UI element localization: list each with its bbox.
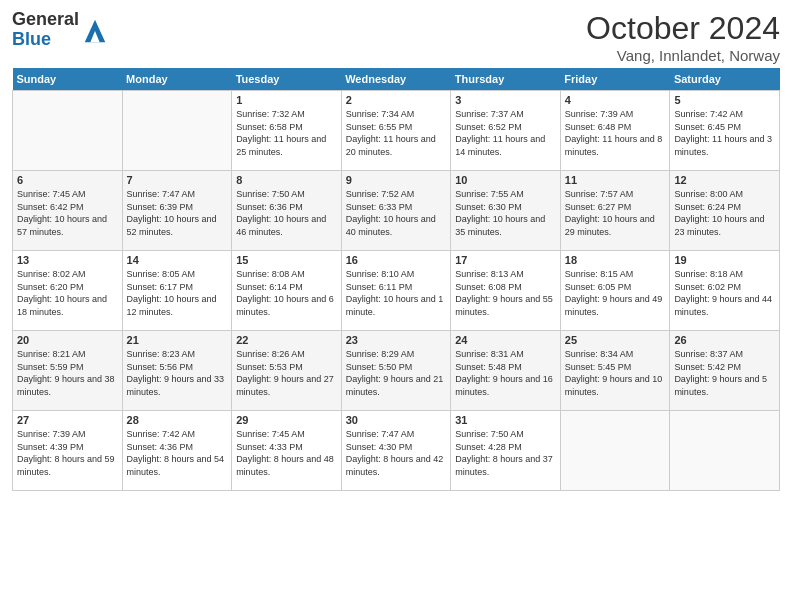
day-number: 7 xyxy=(127,174,228,186)
day-info: Sunrise: 8:05 AM Sunset: 6:17 PM Dayligh… xyxy=(127,268,228,318)
day-cell: 3Sunrise: 7:37 AM Sunset: 6:52 PM Daylig… xyxy=(451,91,561,171)
day-info: Sunrise: 7:45 AM Sunset: 6:42 PM Dayligh… xyxy=(17,188,118,238)
day-info: Sunrise: 8:26 AM Sunset: 5:53 PM Dayligh… xyxy=(236,348,337,398)
day-number: 23 xyxy=(346,334,447,346)
day-cell: 18Sunrise: 8:15 AM Sunset: 6:05 PM Dayli… xyxy=(560,251,670,331)
day-info: Sunrise: 8:37 AM Sunset: 5:42 PM Dayligh… xyxy=(674,348,775,398)
day-number: 12 xyxy=(674,174,775,186)
day-info: Sunrise: 8:34 AM Sunset: 5:45 PM Dayligh… xyxy=(565,348,666,398)
week-row-4: 20Sunrise: 8:21 AM Sunset: 5:59 PM Dayli… xyxy=(13,331,780,411)
week-row-1: 1Sunrise: 7:32 AM Sunset: 6:58 PM Daylig… xyxy=(13,91,780,171)
day-number: 3 xyxy=(455,94,556,106)
header-sunday: Sunday xyxy=(13,68,123,91)
calendar-table: Sunday Monday Tuesday Wednesday Thursday… xyxy=(12,68,780,491)
day-cell xyxy=(560,411,670,491)
day-number: 25 xyxy=(565,334,666,346)
day-info: Sunrise: 7:47 AM Sunset: 4:30 PM Dayligh… xyxy=(346,428,447,478)
day-number: 1 xyxy=(236,94,337,106)
day-info: Sunrise: 7:39 AM Sunset: 4:39 PM Dayligh… xyxy=(17,428,118,478)
day-cell: 6Sunrise: 7:45 AM Sunset: 6:42 PM Daylig… xyxy=(13,171,123,251)
day-number: 9 xyxy=(346,174,447,186)
day-number: 11 xyxy=(565,174,666,186)
header-monday: Monday xyxy=(122,68,232,91)
day-number: 29 xyxy=(236,414,337,426)
day-cell: 8Sunrise: 7:50 AM Sunset: 6:36 PM Daylig… xyxy=(232,171,342,251)
day-cell: 31Sunrise: 7:50 AM Sunset: 4:28 PM Dayli… xyxy=(451,411,561,491)
day-cell: 10Sunrise: 7:55 AM Sunset: 6:30 PM Dayli… xyxy=(451,171,561,251)
day-info: Sunrise: 7:52 AM Sunset: 6:33 PM Dayligh… xyxy=(346,188,447,238)
day-number: 16 xyxy=(346,254,447,266)
day-cell xyxy=(670,411,780,491)
day-cell: 17Sunrise: 8:13 AM Sunset: 6:08 PM Dayli… xyxy=(451,251,561,331)
day-number: 28 xyxy=(127,414,228,426)
header-tuesday: Tuesday xyxy=(232,68,342,91)
day-cell: 22Sunrise: 8:26 AM Sunset: 5:53 PM Dayli… xyxy=(232,331,342,411)
day-cell: 13Sunrise: 8:02 AM Sunset: 6:20 PM Dayli… xyxy=(13,251,123,331)
day-number: 18 xyxy=(565,254,666,266)
header-saturday: Saturday xyxy=(670,68,780,91)
day-number: 8 xyxy=(236,174,337,186)
day-info: Sunrise: 7:57 AM Sunset: 6:27 PM Dayligh… xyxy=(565,188,666,238)
day-number: 30 xyxy=(346,414,447,426)
logo-general: General xyxy=(12,10,79,30)
week-row-2: 6Sunrise: 7:45 AM Sunset: 6:42 PM Daylig… xyxy=(13,171,780,251)
day-number: 2 xyxy=(346,94,447,106)
day-cell xyxy=(13,91,123,171)
day-info: Sunrise: 8:18 AM Sunset: 6:02 PM Dayligh… xyxy=(674,268,775,318)
day-number: 15 xyxy=(236,254,337,266)
week-row-5: 27Sunrise: 7:39 AM Sunset: 4:39 PM Dayli… xyxy=(13,411,780,491)
day-number: 31 xyxy=(455,414,556,426)
day-info: Sunrise: 7:32 AM Sunset: 6:58 PM Dayligh… xyxy=(236,108,337,158)
day-cell: 23Sunrise: 8:29 AM Sunset: 5:50 PM Dayli… xyxy=(341,331,451,411)
day-cell: 14Sunrise: 8:05 AM Sunset: 6:17 PM Dayli… xyxy=(122,251,232,331)
day-number: 14 xyxy=(127,254,228,266)
logo-blue: Blue xyxy=(12,30,79,50)
day-cell: 4Sunrise: 7:39 AM Sunset: 6:48 PM Daylig… xyxy=(560,91,670,171)
day-info: Sunrise: 7:42 AM Sunset: 4:36 PM Dayligh… xyxy=(127,428,228,478)
day-cell xyxy=(122,91,232,171)
day-cell: 20Sunrise: 8:21 AM Sunset: 5:59 PM Dayli… xyxy=(13,331,123,411)
page-container: General Blue October 2024 Vang, Innlande… xyxy=(0,0,792,501)
header: General Blue October 2024 Vang, Innlande… xyxy=(12,10,780,64)
day-number: 26 xyxy=(674,334,775,346)
day-number: 4 xyxy=(565,94,666,106)
day-cell: 12Sunrise: 8:00 AM Sunset: 6:24 PM Dayli… xyxy=(670,171,780,251)
day-number: 24 xyxy=(455,334,556,346)
day-info: Sunrise: 8:23 AM Sunset: 5:56 PM Dayligh… xyxy=(127,348,228,398)
day-cell: 19Sunrise: 8:18 AM Sunset: 6:02 PM Dayli… xyxy=(670,251,780,331)
day-number: 17 xyxy=(455,254,556,266)
day-cell: 25Sunrise: 8:34 AM Sunset: 5:45 PM Dayli… xyxy=(560,331,670,411)
day-cell: 16Sunrise: 8:10 AM Sunset: 6:11 PM Dayli… xyxy=(341,251,451,331)
day-info: Sunrise: 7:37 AM Sunset: 6:52 PM Dayligh… xyxy=(455,108,556,158)
title-section: October 2024 Vang, Innlandet, Norway xyxy=(586,10,780,64)
day-info: Sunrise: 8:02 AM Sunset: 6:20 PM Dayligh… xyxy=(17,268,118,318)
day-cell: 28Sunrise: 7:42 AM Sunset: 4:36 PM Dayli… xyxy=(122,411,232,491)
day-cell: 26Sunrise: 8:37 AM Sunset: 5:42 PM Dayli… xyxy=(670,331,780,411)
logo-icon xyxy=(81,16,109,44)
day-info: Sunrise: 8:29 AM Sunset: 5:50 PM Dayligh… xyxy=(346,348,447,398)
day-info: Sunrise: 8:21 AM Sunset: 5:59 PM Dayligh… xyxy=(17,348,118,398)
day-info: Sunrise: 7:39 AM Sunset: 6:48 PM Dayligh… xyxy=(565,108,666,158)
day-info: Sunrise: 8:13 AM Sunset: 6:08 PM Dayligh… xyxy=(455,268,556,318)
day-info: Sunrise: 7:42 AM Sunset: 6:45 PM Dayligh… xyxy=(674,108,775,158)
day-number: 6 xyxy=(17,174,118,186)
day-cell: 7Sunrise: 7:47 AM Sunset: 6:39 PM Daylig… xyxy=(122,171,232,251)
day-cell: 29Sunrise: 7:45 AM Sunset: 4:33 PM Dayli… xyxy=(232,411,342,491)
day-cell: 27Sunrise: 7:39 AM Sunset: 4:39 PM Dayli… xyxy=(13,411,123,491)
day-cell: 5Sunrise: 7:42 AM Sunset: 6:45 PM Daylig… xyxy=(670,91,780,171)
day-cell: 21Sunrise: 8:23 AM Sunset: 5:56 PM Dayli… xyxy=(122,331,232,411)
day-info: Sunrise: 8:31 AM Sunset: 5:48 PM Dayligh… xyxy=(455,348,556,398)
header-friday: Friday xyxy=(560,68,670,91)
day-info: Sunrise: 8:15 AM Sunset: 6:05 PM Dayligh… xyxy=(565,268,666,318)
day-info: Sunrise: 7:47 AM Sunset: 6:39 PM Dayligh… xyxy=(127,188,228,238)
day-number: 22 xyxy=(236,334,337,346)
day-cell: 15Sunrise: 8:08 AM Sunset: 6:14 PM Dayli… xyxy=(232,251,342,331)
day-cell: 24Sunrise: 8:31 AM Sunset: 5:48 PM Dayli… xyxy=(451,331,561,411)
day-info: Sunrise: 7:55 AM Sunset: 6:30 PM Dayligh… xyxy=(455,188,556,238)
day-cell: 30Sunrise: 7:47 AM Sunset: 4:30 PM Dayli… xyxy=(341,411,451,491)
day-number: 20 xyxy=(17,334,118,346)
day-info: Sunrise: 8:10 AM Sunset: 6:11 PM Dayligh… xyxy=(346,268,447,318)
day-number: 13 xyxy=(17,254,118,266)
day-info: Sunrise: 7:34 AM Sunset: 6:55 PM Dayligh… xyxy=(346,108,447,158)
day-cell: 11Sunrise: 7:57 AM Sunset: 6:27 PM Dayli… xyxy=(560,171,670,251)
